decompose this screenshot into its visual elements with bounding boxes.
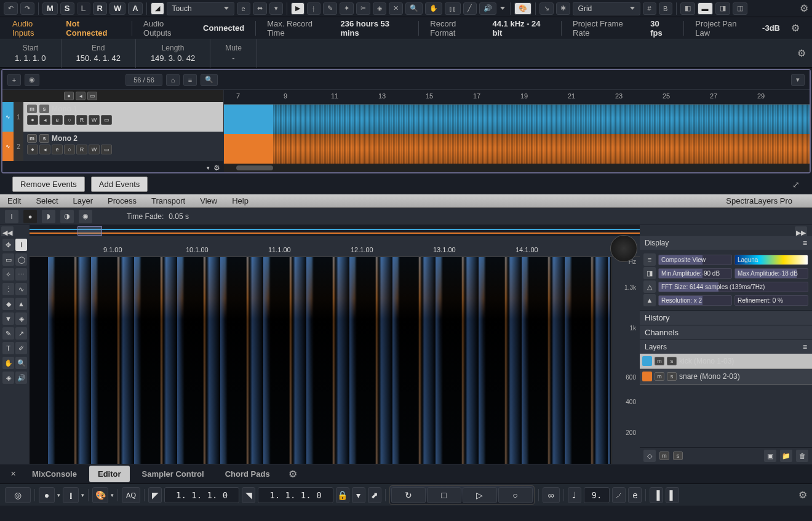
draw-tool[interactable]: ✎ [323, 2, 337, 15]
track-name[interactable]: Mono 2 [52, 134, 78, 143]
find-track-icon[interactable]: ⌂ [166, 74, 180, 86]
record-format-value[interactable]: 44.1 kHz - 24 bit [492, 19, 550, 38]
mute-value[interactable]: - [232, 54, 234, 63]
sl-cursor-icon[interactable]: I [5, 210, 18, 223]
play-tool[interactable]: 🔊 [479, 2, 496, 15]
punch-mode[interactable]: ⫿ [63, 487, 79, 503]
track-row[interactable]: ∿ 1 msMono 1 ●◂e○RW▭ [2, 102, 223, 132]
basket-icon[interactable]: ◉ [25, 74, 39, 86]
audio-event[interactable] [224, 134, 810, 164]
cycle-button[interactable]: ∞ [543, 487, 560, 503]
add-layer-icon[interactable]: ▣ [764, 450, 776, 462]
channels-panel[interactable]: Channels [640, 325, 812, 340]
sl-spectrogram[interactable]: 9.1.0010.1.0011.1.0012.1.0013.1.0014.1.0… [30, 236, 640, 464]
timeline[interactable]: 7911131517192123252729 [224, 90, 810, 164]
sl-hand-tool[interactable]: ✋ [2, 357, 14, 369]
split-tool[interactable]: ✂ [356, 2, 370, 15]
length-value[interactable]: 149. 3. 0. 42 [151, 54, 195, 63]
sl-eraser-tool[interactable]: ◆ [2, 298, 14, 310]
ruler-menu[interactable]: ▾ [791, 74, 805, 86]
tool-constraint-caret[interactable]: ▾ [269, 2, 283, 15]
tempo-icon[interactable]: ♩ [568, 487, 581, 503]
menu-process[interactable]: Process [108, 196, 137, 205]
range-tool[interactable]: ⟊ [307, 2, 320, 15]
grid-icon[interactable]: # [643, 2, 656, 15]
end-value[interactable]: 150. 4. 1. 42 [76, 54, 121, 63]
infobar-settings-icon[interactable]: ⚙ [791, 22, 800, 34]
play-button[interactable]: ▷ [463, 487, 497, 503]
write-toggle[interactable]: W [109, 2, 125, 15]
audio-outputs-status[interactable]: Connected [203, 23, 244, 33]
click-icon[interactable]: ⟋ [612, 487, 626, 503]
out-marker-icon[interactable]: ▌ [666, 487, 679, 503]
toolbar-settings-icon[interactable]: ⚙ [800, 2, 808, 14]
menu-layer[interactable]: Layer [73, 196, 94, 205]
punch-in[interactable]: ● [39, 487, 55, 503]
expand-icon[interactable]: ▾ [207, 165, 210, 171]
sl-heal-tool[interactable]: ◈ [15, 312, 27, 325]
add-events-button[interactable]: Add Events [91, 177, 148, 192]
arm-toggle[interactable]: A [128, 2, 142, 15]
pan-law-value[interactable]: -3dB [762, 23, 780, 33]
rewind-button[interactable]: ↻ [391, 487, 426, 503]
right-locator[interactable]: 1. 1. 1. 0 [258, 487, 333, 503]
tabs-settings-icon[interactable]: ⚙ [289, 468, 297, 480]
transport-settings-icon[interactable]: ⚙ [798, 489, 807, 501]
warp-tool[interactable]: ⫿⫿ [445, 2, 461, 15]
layer-item[interactable]: mssnare (Mono 2-03) [640, 369, 812, 384]
track-record-arm[interactable]: ● [64, 92, 74, 100]
layout-4[interactable]: ◫ [733, 2, 747, 15]
line-tool[interactable]: ╱ [463, 2, 477, 15]
track-filter-input[interactable] [125, 74, 162, 86]
undo-button[interactable]: ↶ [4, 2, 18, 15]
sl-harmonic-tool[interactable]: ⋮ [2, 283, 14, 295]
layers-m-button[interactable]: m [659, 451, 669, 460]
audio-inputs-status[interactable]: Not Connected [66, 19, 121, 38]
solo-toggle[interactable]: S [60, 2, 74, 15]
sl-move-tool[interactable]: ✥ [2, 239, 14, 251]
sl-freq-tool[interactable]: ⋯ [15, 268, 27, 280]
snap-toggle[interactable]: ✱ [556, 2, 570, 15]
sl-shape2-icon[interactable]: ◗ [42, 210, 55, 223]
track-row[interactable]: ∿ 2 msMono 2 ●◂e○RW▭ [2, 132, 223, 161]
marker-r[interactable]: ◥ [242, 487, 255, 503]
sl-shape3-icon[interactable]: ◑ [60, 210, 74, 223]
layout-1[interactable]: ◧ [680, 2, 695, 15]
posbar-settings-icon[interactable]: ⚙ [797, 47, 806, 59]
menu-select[interactable]: Select [36, 196, 58, 205]
start-value[interactable]: 1. 1. 1. 0 [15, 54, 46, 63]
menu-view[interactable]: View [200, 196, 217, 205]
min-amplitude-slider[interactable]: Min Amplitude:-90 dB [658, 268, 732, 279]
refinement-slider[interactable]: Refinement: 0 % [734, 295, 808, 306]
sl-transient-tool[interactable]: ∿ [15, 283, 27, 295]
nudge-tool[interactable]: ↘ [539, 2, 554, 15]
aq-button[interactable]: AQ [122, 487, 140, 503]
expand-editor-icon[interactable]: ⤢ [792, 180, 800, 189]
sl-text-tool[interactable]: T [2, 342, 14, 354]
track-name[interactable]: Mono 1 [52, 105, 78, 113]
audio-event[interactable] [224, 105, 810, 134]
sl-zoom-tool-sl[interactable]: 🔍 [15, 357, 27, 369]
tab-sampler[interactable]: Sampler Control [133, 466, 213, 482]
preroll-icon[interactable]: ⬈ [368, 487, 381, 503]
layers-icon[interactable]: ≡ [643, 253, 656, 266]
stop-button[interactable]: □ [427, 487, 461, 503]
tab-editor[interactable]: Editor [89, 466, 130, 482]
view-mode-select[interactable]: Composite View [658, 255, 732, 265]
layers-bucket-icon[interactable]: ◇ [643, 450, 656, 462]
sl-lasso-tool[interactable]: ◯ [15, 253, 27, 266]
in-marker-icon[interactable]: ▐ [650, 487, 663, 503]
tool-e[interactable]: e [237, 2, 250, 15]
sl-rect-select-tool[interactable]: ▭ [2, 253, 14, 266]
tool-constraint[interactable]: ⬌ [253, 2, 267, 15]
marker-l[interactable]: ◤ [148, 487, 162, 503]
zoom-tool[interactable]: 🔍 [405, 2, 423, 15]
h-scrollbar[interactable] [224, 164, 810, 172]
mute-tool[interactable]: ✕ [389, 2, 403, 15]
show-all-icon[interactable]: ≡ [183, 74, 197, 86]
track-settings-icon[interactable]: ⚙ [213, 164, 220, 172]
automation-mode-select[interactable]: Touch [167, 2, 234, 15]
menu-edit[interactable]: Edit [7, 196, 21, 205]
snap-mode-select[interactable]: Grid [573, 2, 640, 15]
color-tool[interactable]: 🎨 [514, 2, 531, 15]
